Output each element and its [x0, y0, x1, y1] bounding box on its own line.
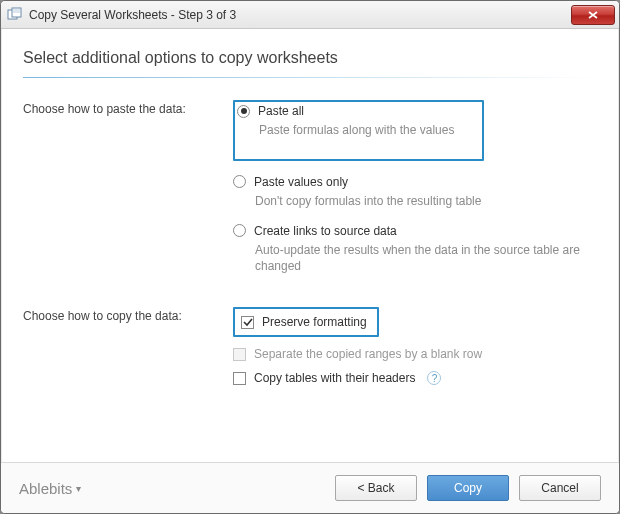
checkbox-separate-label: Separate the copied ranges by a blank ro… — [254, 347, 482, 361]
radio-create-links-desc: Auto-update the results when the data in… — [255, 242, 585, 276]
radio-create-links[interactable] — [233, 224, 246, 237]
window-title: Copy Several Worksheets - Step 3 of 3 — [29, 8, 565, 22]
app-icon — [7, 7, 23, 23]
dialog-footer: Ablebits ▾ < Back Copy Cancel — [1, 462, 619, 513]
radio-create-links-label: Create links to source data — [254, 224, 397, 238]
checkbox-preserve-label: Preserve formatting — [262, 315, 367, 329]
option-paste-all: Paste all Paste formulas along with the … — [233, 100, 597, 161]
dialog-content: Select additional options to copy worksh… — [1, 29, 619, 462]
copy-button[interactable]: Copy — [427, 475, 509, 501]
brand-label: Ablebits — [19, 480, 72, 497]
titlebar[interactable]: Copy Several Worksheets - Step 3 of 3 — [1, 1, 619, 29]
copy-section-label: Choose how to copy the data: — [23, 307, 233, 323]
paste-section: Choose how to paste the data: Paste all … — [23, 100, 597, 289]
help-icon[interactable]: ? — [427, 371, 441, 385]
page-heading: Select additional options to copy worksh… — [23, 49, 597, 67]
option-preserve: Preserve formatting — [233, 307, 597, 337]
radio-values-only-desc: Don't copy formulas into the resulting t… — [255, 193, 585, 210]
brand-menu[interactable]: Ablebits ▾ — [19, 480, 325, 497]
copy-section: Choose how to copy the data: Preserve fo… — [23, 307, 597, 399]
copy-options: Preserve formatting Separate the copied … — [233, 307, 597, 399]
paste-options: Paste all Paste formulas along with the … — [233, 100, 597, 289]
checkbox-separate — [233, 348, 246, 361]
cancel-button-label: Cancel — [541, 481, 578, 495]
back-button-label: < Back — [357, 481, 394, 495]
radio-paste-all-desc: Paste formulas along with the values — [259, 122, 454, 139]
option-separate: Separate the copied ranges by a blank ro… — [233, 347, 597, 361]
divider — [23, 77, 597, 78]
checkbox-headers-label: Copy tables with their headers — [254, 371, 415, 385]
radio-paste-all[interactable] — [237, 105, 250, 118]
dialog-window: Copy Several Worksheets - Step 3 of 3 Se… — [0, 0, 620, 514]
paste-section-label: Choose how to paste the data: — [23, 100, 233, 116]
back-button[interactable]: < Back — [335, 475, 417, 501]
option-headers: Copy tables with their headers ? — [233, 371, 597, 385]
checkbox-headers[interactable] — [233, 372, 246, 385]
radio-values-only[interactable] — [233, 175, 246, 188]
option-create-links: Create links to source data Auto-update … — [233, 224, 597, 276]
checkbox-preserve[interactable] — [241, 316, 254, 329]
close-button[interactable] — [571, 5, 615, 25]
chevron-down-icon: ▾ — [76, 483, 81, 494]
copy-button-label: Copy — [454, 481, 482, 495]
radio-values-only-label: Paste values only — [254, 175, 348, 189]
option-values-only: Paste values only Don't copy formulas in… — [233, 175, 597, 210]
cancel-button[interactable]: Cancel — [519, 475, 601, 501]
radio-paste-all-label: Paste all — [258, 104, 304, 118]
